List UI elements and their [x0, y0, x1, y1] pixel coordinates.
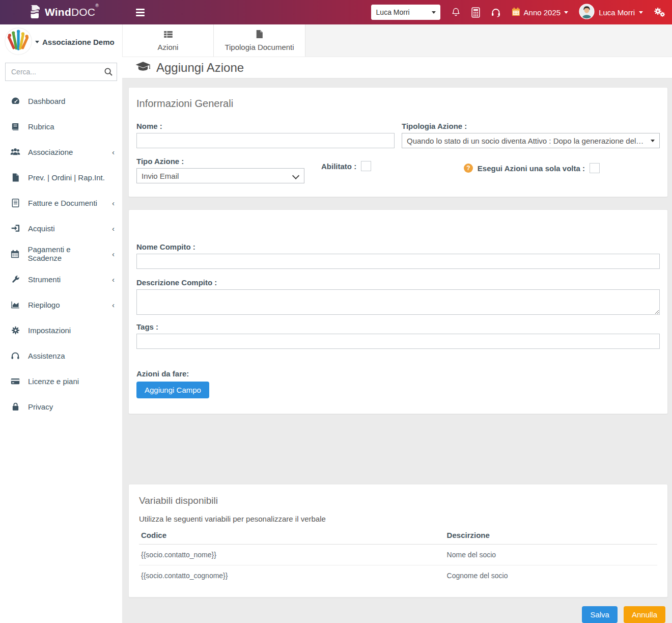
user-name-label: Luca Morri [599, 8, 635, 17]
sidebar-item-label: Associazione [28, 148, 73, 156]
file-icon [10, 173, 20, 182]
sidebar-item-label: Pagamenti e Scadenze [27, 245, 104, 262]
headset-icon[interactable] [491, 8, 501, 17]
lock-icon [10, 402, 20, 411]
organization-name: Associazione Demo [42, 38, 115, 46]
sidebar-item-label: Strumenti [28, 275, 61, 284]
variable-description: Cognome del socio [445, 565, 657, 586]
sidebar-item-strumenti[interactable]: Strumenti [0, 266, 122, 292]
wrench-icon [10, 275, 20, 284]
user-menu[interactable]: Luca Morri [579, 4, 643, 21]
organization-switcher[interactable]: Associazione Demo [0, 24, 122, 59]
column-header-codice: Codice [139, 526, 445, 545]
association-logo [5, 28, 32, 57]
page-header: Aggiungi Azione [122, 57, 672, 78]
sidebar-item-impostazioni[interactable]: Impostazioni [0, 317, 122, 343]
variable-code: {{socio.contatto_cognome}} [139, 565, 445, 586]
gear-icon [10, 326, 20, 335]
tab-label: Tipologia Documenti [225, 43, 294, 51]
chevron-down-icon [639, 11, 643, 16]
panel-title: Informazioni Generali [136, 98, 660, 110]
variable-code: {{socio.contatto_nome}} [139, 545, 445, 565]
sidebar-item-label: Rubrica [28, 122, 54, 131]
nome-input[interactable] [136, 133, 395, 148]
file-icon [256, 30, 263, 40]
sidebar-item-label: Dashboard [28, 97, 65, 105]
general-info-panel: Informazioni Generali Nome : Tipologia A… [128, 87, 668, 197]
column-header-descrizione: Descirzione [445, 526, 657, 545]
user-switch-select[interactable]: Luca Morri [371, 5, 440, 20]
sidebar-item-label: Privacy [28, 402, 53, 411]
sidebar-item-riepilogo[interactable]: Riepilogo [0, 292, 122, 317]
variables-subtitle: Utilizza le seguenti variabili per peson… [139, 514, 657, 523]
brand: WindDOC® [0, 4, 122, 21]
sidebar-item-prev-ordini[interactable]: Prev. | Ordini | Rap.Int. [0, 165, 122, 190]
sidebar-item-privacy[interactable]: Privacy [0, 394, 122, 419]
tipologia-azione-label: Tipologia Azione : [402, 122, 660, 130]
tipologia-azione-select[interactable]: Quando lo stato di un socio diventa Atti… [402, 133, 660, 148]
annulla-button[interactable]: Annulla [624, 606, 665, 623]
sidebar-item-dashboard[interactable]: Dashboard [0, 88, 122, 114]
chevron-left-icon [112, 148, 115, 156]
salva-button[interactable]: Salva [582, 606, 618, 623]
sidebar-item-pagamenti[interactable]: Pagamenti e Scadenze [0, 241, 122, 266]
year-label: Anno 2025 [524, 8, 561, 17]
bell-icon[interactable] [451, 7, 461, 18]
sidebar-item-acquisti[interactable]: Acquisti [0, 215, 122, 241]
chevron-down-icon [35, 41, 39, 45]
help-question-icon[interactable] [464, 164, 473, 173]
tipo-azione-label: Tipo Azione : [136, 157, 304, 166]
nome-compito-label: Nome Compito : [136, 242, 660, 251]
sidebar-menu: Dashboard Associazione Rubrica [0, 88, 122, 419]
aggiungi-campo-button[interactable]: Aggiungi Campo [136, 382, 209, 398]
search-icon[interactable] [104, 67, 113, 78]
calculator-icon[interactable] [471, 7, 480, 18]
chevron-left-icon [112, 224, 115, 233]
credit-card-icon [10, 377, 20, 385]
chevron-left-icon [112, 275, 115, 284]
sidebar-item-licenze[interactable]: Licenze e piani [0, 368, 122, 394]
brand-name: WindDOC® [45, 6, 99, 18]
settings-cogs-icon[interactable] [654, 7, 665, 17]
variables-panel: Variabili disponibili Utilizza le seguen… [128, 484, 668, 598]
abilitato-label: Abilitato : [321, 162, 356, 171]
esegui-azioni-checkbox[interactable] [590, 163, 600, 173]
sidebar-item-assistenza[interactable]: Assistenza [0, 343, 122, 368]
variable-description: Nome del socio [445, 545, 657, 565]
hamburger-menu-icon[interactable] [130, 0, 150, 24]
table-row: {{socio.contatto_nome}} Nome del socio [139, 545, 657, 565]
sign-in-icon [10, 224, 20, 232]
tab-azioni[interactable]: Azioni [122, 24, 214, 57]
nome-compito-input[interactable] [136, 254, 660, 269]
tipo-azione-select[interactable]: Invio Email [136, 168, 304, 183]
abilitato-checkbox[interactable] [361, 161, 371, 171]
calendar-icon [512, 7, 520, 18]
year-dropdown[interactable]: Anno 2025 [512, 7, 569, 18]
winddoc-logo-icon [29, 4, 42, 21]
sidebar-item-label: Assistenza [28, 351, 65, 360]
book-icon [10, 122, 20, 131]
page-title: Aggiungi Azione [156, 61, 244, 75]
users-icon [10, 148, 20, 156]
tab-tipologia-documenti[interactable]: Tipologia Documenti [214, 24, 305, 57]
main-content: Informazioni Generali Nome : Tipologia A… [122, 78, 672, 623]
sidebar-item-label: Riepilogo [28, 301, 60, 309]
tags-input[interactable] [136, 334, 660, 349]
area-chart-icon [10, 301, 20, 309]
calendar-icon [10, 250, 20, 258]
descrizione-compito-label: Descrizione Compito : [136, 278, 660, 287]
chevron-left-icon [112, 250, 115, 258]
avatar [579, 4, 595, 21]
descrizione-compito-textarea[interactable] [136, 289, 660, 315]
footer-actions: Salva Annulla [122, 598, 672, 623]
sidebar-item-fatture[interactable]: Fatture e Documenti [0, 190, 122, 215]
tab-label: Azioni [158, 43, 179, 51]
top-navbar: WindDOC® Luca Morri [0, 0, 672, 24]
chevron-left-icon [112, 301, 115, 309]
sidebar-item-rubrica[interactable]: Associazione Rubrica [0, 114, 122, 139]
sidebar-item-associazione[interactable]: Associazione [0, 139, 122, 165]
sidebar-item-label: Fatture e Documenti [28, 199, 97, 207]
table-row: {{socio.contatto_cognome}} Cognome del s… [139, 565, 657, 586]
search-input[interactable] [5, 63, 117, 81]
esegui-azioni-label: Esegui Azioni una sola volta : [478, 164, 585, 173]
